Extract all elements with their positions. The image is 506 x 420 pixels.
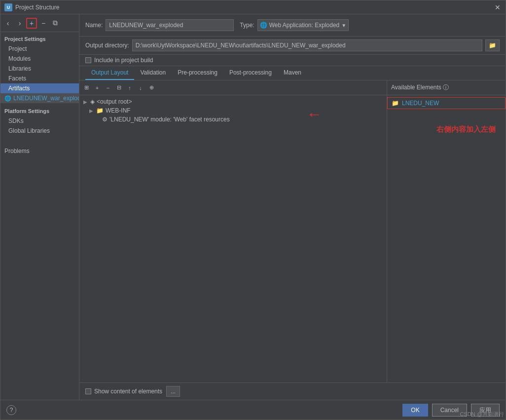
copy-artifact-button[interactable]: ⧉	[50, 18, 61, 29]
help-button[interactable]: ?	[6, 405, 16, 415]
tab-output-layout[interactable]: Output Layout	[85, 66, 134, 80]
watermark: CSDN @月影潜行	[460, 411, 504, 418]
sidebar-item-modules[interactable]: Modules	[0, 54, 79, 64]
output-dir-row: Output directory: 📁	[79, 37, 506, 55]
tree-item-web-inf[interactable]: ▶ 📁 WEB-INF	[79, 106, 387, 115]
close-button[interactable]: ✕	[494, 3, 502, 11]
tree-toolbar: ⊞ + − ⊟ ↑ ↓ ⊕	[79, 80, 387, 95]
sidebar-item-libraries[interactable]: Libraries	[0, 64, 79, 74]
output-dir-input[interactable]	[132, 39, 482, 51]
sidebar-item-facets[interactable]: Facets	[0, 74, 79, 83]
project-settings-header: Project Settings	[0, 32, 79, 44]
sidebar-item-global-libraries[interactable]: Global Libraries	[0, 126, 79, 136]
dots-button[interactable]: ...	[166, 386, 180, 397]
tree-content: ▶ ◈ <output root> ▶ 📁 WEB-INF	[79, 95, 387, 382]
available-panel: Available Elements ⓘ 📁 LNEDU_NEW	[387, 80, 506, 382]
type-select[interactable]: 🌐 Web Application: Exploded ▼	[257, 19, 349, 31]
artifact-icon: 🌐	[4, 95, 11, 102]
tree-btn-add[interactable]: +	[92, 83, 102, 93]
tab-validation[interactable]: Validation	[134, 66, 172, 80]
tree-btn-collapse[interactable]: ⊟	[114, 83, 124, 93]
expand-icon-webinf: ▶	[89, 108, 94, 114]
show-content-row: Show content of elements	[85, 388, 162, 395]
tree-item-module-facet[interactable]: ⚙ 'LNEDU_NEW' module: 'Web' facet resour…	[79, 115, 387, 124]
dialog-title: Project Structure	[15, 4, 494, 11]
tab-preprocessing[interactable]: Pre-processing	[172, 66, 223, 80]
output-dir-label: Output directory:	[85, 42, 129, 49]
include-row: Include in project build	[79, 55, 506, 66]
available-header: Available Elements ⓘ	[387, 80, 506, 95]
split-area-wrapper: ⊞ + − ⊟ ↑ ↓ ⊕ ▶ ◈ <output r	[79, 80, 506, 400]
remove-artifact-button[interactable]: −	[38, 18, 49, 29]
facet-icon: ⚙	[102, 116, 108, 123]
name-label: Name:	[85, 22, 103, 29]
bottom-bar: Show content of elements ...	[79, 382, 506, 400]
tree-btn-down[interactable]: ↓	[136, 83, 145, 93]
tree-btn-expand[interactable]: ⊕	[146, 83, 156, 93]
title-bar: U Project Structure ✕	[0, 0, 506, 14]
name-field-row: Name:	[85, 19, 234, 31]
show-content-checkbox[interactable]	[85, 388, 91, 394]
tree-btn-up[interactable]: ↑	[125, 83, 135, 93]
include-label: Include in project build	[94, 57, 153, 64]
expand-icon: ▶	[83, 99, 88, 105]
app-icon: U	[4, 3, 12, 11]
sidebar-toolbar: ‹ › + − ⧉	[0, 14, 79, 32]
add-artifact-button[interactable]: +	[26, 18, 37, 29]
name-input[interactable]	[106, 19, 234, 31]
back-button[interactable]: ‹	[2, 18, 13, 29]
type-field-row: Type: 🌐 Web Application: Exploded ▼	[240, 19, 349, 31]
include-checkbox[interactable]	[85, 57, 91, 63]
sidebar-item-artifacts[interactable]: Artifacts	[0, 83, 79, 93]
available-item-icon: 📁	[392, 100, 399, 107]
type-label: Type:	[240, 22, 254, 29]
tab-maven[interactable]: Maven	[278, 66, 307, 80]
artifact-list-item[interactable]: 🌐 LNEDUNEW_war_explode	[0, 93, 79, 103]
available-item-lnedu-new[interactable]: 📁 LNEDU_NEW	[387, 97, 506, 109]
tree-panel: ⊞ + − ⊟ ↑ ↓ ⊕ ▶ ◈ <output r	[79, 80, 387, 382]
split-area: ⊞ + − ⊟ ↑ ↓ ⊕ ▶ ◈ <output r	[79, 80, 506, 382]
footer: ? OK Cancel 应用	[0, 400, 506, 420]
footer-left: ?	[6, 405, 398, 415]
ok-button[interactable]: OK	[402, 404, 428, 417]
name-type-row: Name: Type: 🌐 Web Application: Exploded …	[79, 14, 506, 37]
type-dropdown-arrow: ▼	[341, 23, 346, 28]
sidebar-nav: Project Settings Project Modules Librari…	[0, 32, 79, 400]
forward-button[interactable]: ›	[14, 18, 25, 29]
tabs-bar: Output Layout Validation Pre-processing …	[79, 66, 506, 80]
tree-btn-grid[interactable]: ⊞	[81, 83, 91, 93]
tab-postprocessing[interactable]: Post-processing	[223, 66, 278, 80]
sidebar-item-problems[interactable]: Problems	[0, 146, 79, 156]
sidebar-item-project[interactable]: Project	[0, 44, 79, 54]
show-content-label: Show content of elements	[94, 388, 162, 395]
tree-item-output-root[interactable]: ▶ ◈ <output root>	[79, 97, 387, 106]
webinf-icon: 📁	[96, 107, 104, 114]
sidebar: ‹ › + − ⧉ Project Settings Project Modul…	[0, 14, 79, 400]
content-area: Name: Type: 🌐 Web Application: Exploded …	[79, 14, 506, 400]
browse-folder-button[interactable]: 📁	[485, 39, 500, 51]
available-content: 📁 LNEDU_NEW	[387, 95, 506, 382]
platform-settings-header: Platform Settings	[0, 103, 79, 116]
output-root-icon: ◈	[90, 98, 95, 105]
sidebar-item-sdks[interactable]: SDKs	[0, 116, 79, 126]
tree-btn-remove[interactable]: −	[103, 83, 113, 93]
